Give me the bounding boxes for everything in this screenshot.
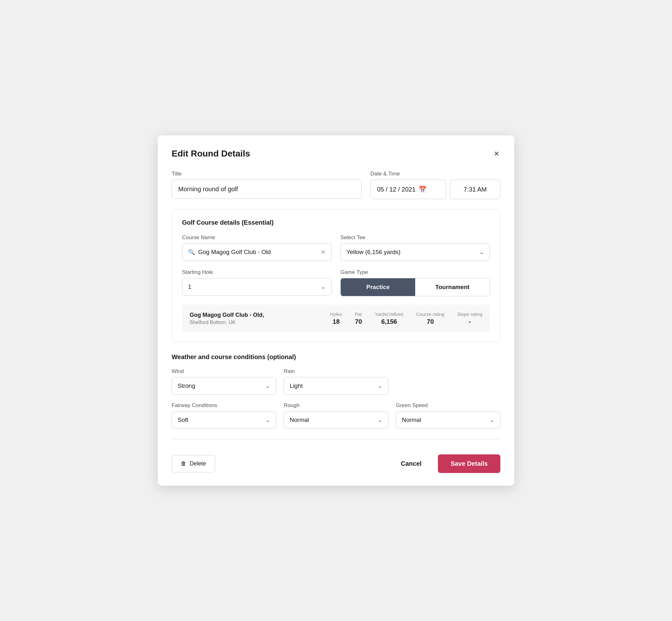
weather-section: Weather and course conditions (optional)… — [172, 354, 500, 429]
select-tee-label: Select Tee — [340, 235, 490, 241]
course-name-input[interactable]: 🔍 Gog Magog Golf Club - Old ✕ — [182, 243, 332, 261]
wind-rain-row: Wind Strong ⌄ Rain Light ⌄ — [172, 368, 500, 395]
time-input[interactable]: 7:31 AM — [450, 179, 500, 199]
wind-field: Wind Strong ⌄ — [172, 368, 276, 395]
chevron-down-icon: ⌄ — [265, 382, 270, 389]
par-label: Par — [355, 312, 362, 317]
course-name-field: Course Name 🔍 Gog Magog Golf Club - Old … — [182, 235, 332, 261]
modal-header: Edit Round Details × — [172, 148, 500, 159]
calendar-icon: 📅 — [419, 185, 426, 193]
par-value: 70 — [355, 318, 362, 325]
rough-label: Rough — [284, 402, 388, 409]
starting-hole-dropdown[interactable]: 1 ⌄ — [182, 278, 332, 296]
yards-stat: Yards(Yellow) 6,156 — [375, 312, 404, 325]
course-name-label: Course Name — [182, 235, 332, 241]
search-icon: 🔍 — [188, 249, 195, 256]
title-label: Title — [172, 171, 362, 177]
green-speed-label: Green Speed — [396, 402, 500, 409]
save-button[interactable]: Save Details — [438, 454, 500, 473]
green-speed-field: Green Speed Normal ⌄ — [396, 402, 500, 429]
clear-icon[interactable]: ✕ — [321, 249, 326, 256]
close-button[interactable]: × — [493, 148, 500, 159]
modal-title: Edit Round Details — [172, 149, 250, 159]
course-stats: Holes 18 Par 70 Yards(Yellow) 6,156 Cour… — [330, 312, 482, 325]
fairway-dropdown[interactable]: Soft ⌄ — [172, 411, 276, 429]
yards-label: Yards(Yellow) — [375, 312, 404, 317]
yards-value: 6,156 — [381, 318, 397, 325]
title-input[interactable] — [172, 179, 362, 199]
golf-course-title: Golf Course details (Essential) — [182, 219, 490, 226]
course-tee-row: Course Name 🔍 Gog Magog Golf Club - Old … — [182, 235, 490, 261]
datetime-field-group: Date & Time 05 / 12 / 2021 📅 7:31 AM — [370, 171, 500, 199]
wind-dropdown[interactable]: Strong ⌄ — [172, 377, 276, 395]
rough-value: Normal — [290, 417, 309, 423]
holes-label: Holes — [330, 312, 342, 317]
footer-divider — [172, 439, 500, 439]
course-rating-stat: Course rating 70 — [416, 312, 445, 325]
rough-dropdown[interactable]: Normal ⌄ — [284, 411, 388, 429]
course-info-card: Gog Magog Golf Club - Old, Shelford Bott… — [182, 304, 490, 332]
holes-value: 18 — [333, 318, 339, 325]
time-value: 7:31 AM — [463, 186, 487, 193]
fairway-label: Fairway Conditions — [172, 402, 276, 409]
fairway-value: Soft — [178, 417, 188, 423]
date-value: 05 / 12 / 2021 — [377, 186, 416, 193]
course-name-value: Gog Magog Golf Club - Old — [198, 249, 318, 256]
golf-course-section: Golf Course details (Essential) Course N… — [172, 209, 500, 342]
course-info-location: Shelford Bottom, UK — [190, 320, 330, 325]
course-rating-label: Course rating — [416, 312, 445, 317]
top-row: Title Date & Time 05 / 12 / 2021 📅 7:31 … — [172, 171, 500, 199]
chevron-down-icon: ⌄ — [321, 283, 326, 290]
wind-value: Strong — [178, 382, 195, 389]
par-stat: Par 70 — [355, 312, 362, 325]
select-tee-dropdown[interactable]: Yellow (6,156 yards) ⌄ — [340, 243, 490, 261]
footer-right: Cancel Save Details — [395, 454, 500, 473]
select-tee-field: Select Tee Yellow (6,156 yards) ⌄ — [340, 235, 490, 261]
weather-title: Weather and course conditions (optional) — [172, 354, 500, 361]
practice-toggle-button[interactable]: Practice — [341, 278, 415, 296]
green-speed-dropdown[interactable]: Normal ⌄ — [396, 411, 500, 429]
chevron-down-icon: ⌄ — [378, 382, 382, 389]
date-input[interactable]: 05 / 12 / 2021 📅 — [370, 179, 446, 199]
title-field-group: Title — [172, 171, 362, 199]
chevron-down-icon: ⌄ — [479, 249, 484, 256]
wind-label: Wind — [172, 368, 276, 375]
delete-button[interactable]: 🗑 Delete — [172, 455, 215, 472]
rain-field: Rain Light ⌄ — [284, 368, 388, 395]
cancel-button[interactable]: Cancel — [395, 455, 428, 472]
starting-hole-value: 1 — [188, 283, 192, 290]
delete-label: Delete — [190, 460, 206, 467]
game-type-label: Game Type — [340, 269, 490, 276]
select-tee-value: Yellow (6,156 yards) — [346, 249, 401, 256]
slope-rating-stat: Slope rating - — [457, 312, 482, 325]
rain-label: Rain — [284, 368, 388, 375]
rain-value: Light — [290, 382, 302, 389]
chevron-down-icon: ⌄ — [490, 417, 494, 423]
course-info-name: Gog Magog Golf Club - Old, — [190, 312, 330, 318]
slope-rating-label: Slope rating — [457, 312, 482, 317]
footer: 🗑 Delete Cancel Save Details — [172, 448, 500, 473]
chevron-down-icon: ⌄ — [378, 417, 382, 423]
slope-rating-value: - — [469, 318, 471, 325]
fairway-field: Fairway Conditions Soft ⌄ — [172, 402, 276, 429]
chevron-down-icon: ⌄ — [265, 417, 270, 423]
course-info-name-group: Gog Magog Golf Club - Old, Shelford Bott… — [190, 312, 330, 325]
green-speed-value: Normal — [402, 417, 421, 423]
trash-icon: 🗑 — [181, 460, 186, 467]
starting-hole-field: Starting Hole 1 ⌄ — [182, 269, 332, 296]
game-type-toggle: Practice Tournament — [340, 278, 490, 296]
tournament-toggle-button[interactable]: Tournament — [415, 278, 490, 296]
game-type-field: Game Type Practice Tournament — [340, 269, 490, 296]
datetime-label: Date & Time — [370, 171, 500, 177]
edit-round-modal: Edit Round Details × Title Date & Time 0… — [158, 135, 514, 486]
holes-stat: Holes 18 — [330, 312, 342, 325]
hole-gametype-row: Starting Hole 1 ⌄ Game Type Practice Tou… — [182, 269, 490, 296]
starting-hole-label: Starting Hole — [182, 269, 332, 276]
rough-field: Rough Normal ⌄ — [284, 402, 388, 429]
datetime-inputs: 05 / 12 / 2021 📅 7:31 AM — [370, 179, 500, 199]
fairway-rough-green-row: Fairway Conditions Soft ⌄ Rough Normal ⌄… — [172, 402, 500, 429]
rain-dropdown[interactable]: Light ⌄ — [284, 377, 388, 395]
course-rating-value: 70 — [427, 318, 434, 325]
